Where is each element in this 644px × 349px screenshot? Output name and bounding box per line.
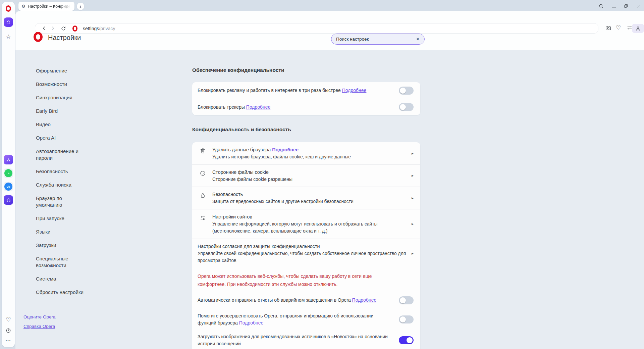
address-bar[interactable]: settings/privacy [35, 23, 598, 34]
history-button[interactable] [2, 328, 15, 334]
profile-button[interactable] [632, 24, 644, 33]
nav-item-default-browser[interactable]: Браузер по умолчанию [36, 195, 89, 208]
web-services-notice: Opera может использовать веб-службы, что… [192, 268, 402, 291]
row-privacy-consent[interactable]: Настройки согласия для защиты конфиденци… [192, 239, 420, 268]
favorites-button[interactable]: ♡ [2, 317, 15, 322]
close-icon [636, 4, 641, 8]
new-tab-button[interactable]: + [77, 3, 84, 10]
nav-item-opera-ai[interactable]: Opera AI [36, 135, 89, 141]
privacy-security-card: Удалить данные браузера Подробнее Удалит… [192, 142, 420, 349]
sidebar-app-aria[interactable] [2, 155, 15, 164]
nav-item-search-service[interactable]: Служба поиска [36, 182, 89, 188]
vk-icon: vk [4, 182, 13, 191]
window-close-button[interactable] [635, 2, 642, 10]
nav-item-appearance[interactable]: Оформление [36, 67, 89, 74]
start-page-button[interactable] [4, 17, 13, 27]
back-button[interactable] [40, 26, 48, 31]
aria-icon [4, 155, 13, 164]
forward-button[interactable] [48, 26, 57, 31]
search-clear-button[interactable]: ✕ [416, 37, 420, 42]
home-icon [6, 19, 11, 25]
row-clear-browsing-data[interactable]: Удалить данные браузера Подробнее Удалит… [192, 142, 420, 164]
block-trackers-toggle[interactable] [399, 103, 414, 111]
row-text: Удалить данные браузера Подробнее Удалит… [212, 146, 407, 161]
nav-item-video[interactable]: Видео [36, 121, 89, 128]
toggle-row-block-trackers: Блокировать трекеры Подробнее [192, 99, 420, 115]
toggle-row-label: Автоматически отправлять отчеты об авари… [198, 293, 389, 307]
toggle-row-label: Загружать изображения для рекомендованны… [198, 330, 389, 349]
chevron-right-icon: ▸ [412, 173, 414, 178]
reload-button[interactable] [59, 26, 68, 31]
nav-item-autofill[interactable]: Автозаполнение и пароли [36, 148, 89, 161]
sidebar-more-button[interactable]: ••• [2, 339, 15, 343]
nav-item-accessibility[interactable]: Специальные возможности [36, 255, 89, 269]
toggle-row-news-images: Загружать изображения для рекомендованны… [192, 330, 420, 349]
nav-divider [99, 50, 99, 349]
settings-content: Обеспечение конфиденциальности Блокирова… [192, 50, 420, 349]
forward-icon [50, 26, 55, 31]
whatsapp-icon [4, 168, 13, 178]
chevron-right-icon: ▸ [412, 251, 414, 256]
browser-sidebar: ☆ vk ♡ ••• [2, 2, 15, 347]
back-icon [42, 26, 47, 31]
nav-item-reset[interactable]: Сбросить настройки [36, 289, 89, 296]
sidebar-app-player[interactable] [2, 195, 15, 205]
clock-icon [5, 328, 11, 334]
sidebar-app-vk[interactable]: vk [2, 182, 15, 191]
browser-tab[interactable]: ⚙ Настройки – Конфиденци [18, 2, 74, 11]
row-text: Безопасность Защита от вредоносных сайто… [212, 191, 407, 205]
learn-more-link[interactable]: Подробнее [239, 320, 264, 326]
reload-icon [61, 26, 66, 31]
crash-reports-toggle[interactable] [399, 296, 414, 304]
learn-more-link[interactable]: Подробнее [272, 147, 299, 152]
learn-more-link[interactable]: Подробнее [352, 297, 377, 303]
row-text: Сторонние файлы cookie Сторонние файлы c… [212, 168, 407, 183]
learn-more-link[interactable]: Подробнее [342, 88, 367, 93]
learn-more-link[interactable]: Подробнее [246, 104, 271, 110]
trash-icon [200, 148, 207, 161]
settings-search-input[interactable]: Поиск настроек ✕ [331, 34, 425, 45]
nav-item-features[interactable]: Возможности [36, 81, 89, 88]
window-minimize-button[interactable] [610, 2, 618, 10]
toggle-row-crash-reports: Автоматически отправлять отчеты об авари… [192, 292, 420, 309]
search-icon [598, 3, 604, 9]
nav-item-early-bird[interactable]: Early Bird [36, 108, 89, 114]
news-images-toggle[interactable] [399, 336, 414, 344]
snapshot-button[interactable] [605, 25, 611, 31]
cookie-icon [200, 170, 207, 183]
music-player-icon [4, 195, 13, 205]
opera-menu-button[interactable] [2, 5, 15, 12]
block-ads-toggle[interactable] [399, 87, 414, 95]
nav-item-system[interactable]: Система [36, 276, 89, 282]
chevron-right-icon: ▸ [412, 221, 414, 226]
gear-icon: ⚙ [21, 4, 25, 9]
nav-item-on-startup[interactable]: При запуске [36, 215, 89, 222]
nav-item-downloads[interactable]: Загрузки [36, 242, 89, 249]
bookmarks-button[interactable]: ☆ [2, 34, 15, 40]
window-search-button[interactable] [597, 2, 605, 10]
nav-item-sync[interactable]: Синхронизация [36, 94, 89, 101]
row-security[interactable]: Безопасность Защита от вредоносных сайто… [192, 187, 420, 209]
chevron-right-icon: ▸ [412, 196, 414, 200]
tab-title: Настройки – Конфиденци [28, 4, 71, 9]
toggle-row-label: Блокировать рекламу и работать в интерне… [198, 84, 389, 97]
rate-opera-link[interactable]: Оцените Opera [23, 314, 99, 319]
row-third-party-cookies[interactable]: Сторонние файлы cookie Сторонние файлы c… [192, 164, 420, 187]
site-settings-icon [200, 215, 207, 235]
sidebar-app-whatsapp[interactable] [2, 168, 15, 178]
row-text: Настройки согласия для защиты конфиденци… [198, 243, 407, 264]
nav-item-security[interactable]: Безопасность [36, 168, 89, 175]
browser-content-panel: settings/privacy ♡ Настройки Поиск настр… [15, 11, 644, 349]
opera-help-link[interactable]: Справка Opera [23, 324, 99, 329]
row-site-settings[interactable]: Настройки сайтов Управление информацией,… [192, 209, 420, 239]
section-heading-privacy-protection: Обеспечение конфиденциальности [192, 67, 420, 73]
usage-stats-toggle[interactable] [399, 315, 414, 323]
row-text: Настройки сайтов Управление информацией,… [212, 213, 407, 235]
add-to-favorites-button[interactable]: ♡ [616, 24, 621, 31]
url-text[interactable]: settings/privacy [83, 26, 115, 31]
person-icon [635, 26, 641, 32]
settings-body: Оформление Возможности Синхронизация Ear… [15, 50, 644, 349]
window-restore-button[interactable] [622, 2, 630, 10]
nav-item-languages[interactable]: Языки [36, 229, 89, 235]
chevron-right-icon: ▸ [412, 151, 414, 156]
